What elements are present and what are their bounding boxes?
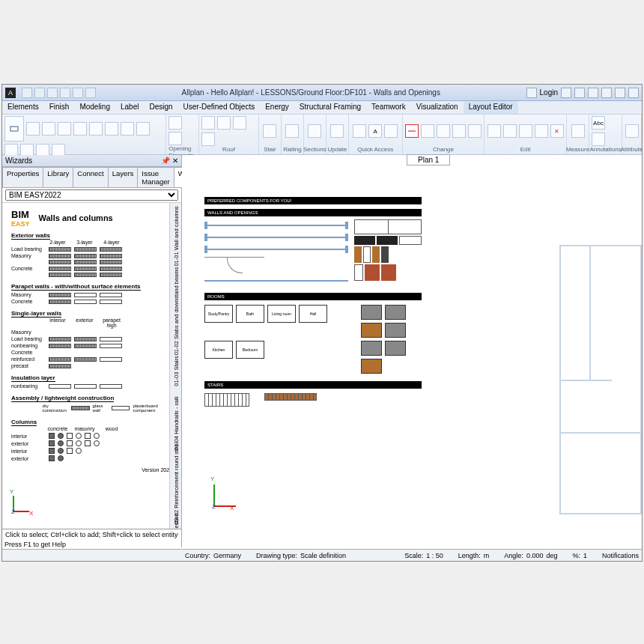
dim-icon[interactable] bbox=[384, 124, 398, 138]
room-living[interactable]: Living room bbox=[267, 305, 296, 323]
minimize-icon[interactable] bbox=[601, 88, 612, 98]
panel-tabs: Properties Library Connect Layers Issue … bbox=[2, 167, 181, 188]
change1-icon[interactable] bbox=[405, 124, 419, 138]
wall-sample-1[interactable] bbox=[204, 221, 348, 230]
room-kitchen[interactable]: Kitchen bbox=[204, 341, 233, 359]
qat-save-icon[interactable] bbox=[47, 88, 58, 98]
help-icon[interactable] bbox=[588, 88, 598, 98]
plan-tab[interactable]: Plan 1 bbox=[407, 154, 450, 165]
measure-icon[interactable] bbox=[571, 124, 585, 138]
attr-icon[interactable] bbox=[625, 124, 639, 138]
room-hall[interactable]: Hall bbox=[299, 305, 327, 323]
qat-open-icon[interactable] bbox=[34, 88, 45, 98]
wall-sample-3[interactable] bbox=[204, 245, 348, 254]
text-icon[interactable]: A bbox=[368, 124, 382, 138]
notifications-button[interactable]: Notifications bbox=[602, 552, 639, 559]
tab-library[interactable]: Library bbox=[43, 167, 73, 187]
tab-layers[interactable]: Layers bbox=[108, 167, 139, 187]
room-bedroom[interactable]: Bedroom bbox=[236, 341, 264, 359]
wall-tool-icon[interactable] bbox=[4, 116, 24, 142]
login-label[interactable]: Login bbox=[540, 88, 558, 97]
edit2-icon[interactable] bbox=[503, 124, 517, 138]
roof3-icon[interactable] bbox=[233, 116, 246, 130]
globe-icon[interactable] bbox=[561, 88, 571, 98]
qat-undo-icon[interactable] bbox=[60, 88, 70, 98]
beam-tool-icon[interactable] bbox=[42, 122, 55, 136]
column-tool-icon[interactable] bbox=[26, 122, 40, 136]
component-tool-icon[interactable] bbox=[89, 122, 103, 136]
change4-icon[interactable] bbox=[452, 124, 466, 138]
status-scale[interactable]: 1 : 50 bbox=[426, 552, 443, 559]
change3-icon[interactable] bbox=[437, 124, 450, 138]
status-pct[interactable]: 1 bbox=[583, 552, 587, 559]
tab-connect[interactable]: Connect bbox=[73, 167, 108, 187]
qat-redo-icon[interactable] bbox=[73, 88, 83, 98]
component2-tool-icon[interactable] bbox=[105, 122, 118, 136]
section-icon[interactable] bbox=[308, 124, 321, 138]
stair-plan[interactable] bbox=[204, 393, 249, 407]
line-icon[interactable] bbox=[353, 124, 366, 138]
ribbon-group-roof: Roof bbox=[222, 146, 235, 153]
menu-visualization[interactable]: Visualization bbox=[411, 101, 464, 114]
change2-icon[interactable] bbox=[421, 124, 434, 138]
ribbon-group-quick: Quick Access bbox=[357, 146, 393, 153]
cart-icon[interactable] bbox=[574, 88, 585, 98]
menu-teamwork[interactable]: Teamwork bbox=[366, 101, 411, 114]
menu-energy[interactable]: Energy bbox=[260, 101, 294, 114]
wizard-set-dropdown[interactable]: BIM EASY2022 bbox=[5, 189, 178, 201]
tab-properties[interactable]: Properties bbox=[2, 167, 43, 187]
component3-tool-icon[interactable] bbox=[121, 122, 134, 136]
update-icon[interactable] bbox=[330, 124, 344, 138]
edit3-icon[interactable] bbox=[519, 124, 532, 138]
stair-icon[interactable] bbox=[263, 124, 276, 138]
room-bath[interactable]: Bath bbox=[236, 305, 264, 323]
wall-sample-4[interactable] bbox=[204, 276, 348, 285]
change5-icon[interactable] bbox=[468, 124, 482, 138]
menu-elements[interactable]: Elements bbox=[2, 101, 44, 114]
menu-finish[interactable]: Finish bbox=[44, 101, 75, 114]
menu-user-defined[interactable]: User-Defined Objects bbox=[178, 101, 261, 114]
axis-gadget-canvas[interactable]: YXZ bbox=[210, 480, 240, 510]
tab-issue-manager[interactable]: Issue Manager bbox=[137, 167, 174, 187]
room-study[interactable]: Study/Pantry bbox=[204, 305, 233, 323]
status-length[interactable]: m bbox=[484, 552, 490, 559]
menu-modeling[interactable]: Modeling bbox=[74, 101, 115, 114]
delete-icon[interactable]: ✕ bbox=[550, 124, 564, 138]
annot1-icon[interactable]: Abc bbox=[592, 116, 605, 130]
maximize-icon[interactable] bbox=[615, 88, 625, 98]
menu-layout-editor[interactable]: Layout Editor bbox=[464, 101, 518, 114]
panel-pin-icon[interactable]: 📌 ✕ bbox=[161, 157, 178, 165]
drawing-canvas[interactable]: Plan 1 PREFERRED COMPONENTS FOR YOU! WAL… bbox=[182, 155, 642, 547]
wall-swatch[interactable] bbox=[49, 247, 71, 252]
user-icon[interactable] bbox=[526, 88, 537, 98]
wall-sample-2[interactable] bbox=[204, 233, 348, 242]
door-icon[interactable] bbox=[168, 116, 182, 130]
stair-3d[interactable] bbox=[264, 393, 317, 407]
status-angle[interactable]: 0.000 bbox=[526, 552, 544, 559]
door-sample[interactable] bbox=[204, 257, 264, 273]
slab-tool-icon[interactable] bbox=[58, 122, 71, 136]
menu-structural[interactable]: Structural Framing bbox=[294, 101, 366, 114]
component4-tool-icon[interactable] bbox=[136, 122, 150, 136]
window-icon[interactable] bbox=[168, 132, 182, 145]
roof1-icon[interactable] bbox=[201, 116, 215, 130]
roof2-icon[interactable] bbox=[217, 116, 231, 130]
side-tab-mesh[interactable]: ornament meshes bbox=[173, 491, 180, 529]
opening-tool-icon[interactable] bbox=[73, 122, 87, 136]
window-title: Allplan - Hello Allplan! - LESSONS/Groun… bbox=[96, 88, 526, 97]
qat-new-icon[interactable] bbox=[22, 88, 32, 98]
annot2-icon[interactable] bbox=[592, 133, 605, 146]
ribbon-group-update: Update bbox=[327, 146, 347, 153]
railing-icon[interactable] bbox=[285, 124, 299, 138]
qat-print-icon[interactable] bbox=[85, 88, 96, 98]
edit4-icon[interactable] bbox=[535, 124, 548, 138]
roof4-icon[interactable] bbox=[201, 133, 215, 146]
section-insulation: Insulation layer bbox=[11, 374, 55, 382]
menu-label[interactable]: Label bbox=[115, 101, 144, 114]
close-icon[interactable] bbox=[628, 88, 639, 98]
edit1-icon[interactable] bbox=[487, 124, 501, 138]
ribbon-group-stair: Stair bbox=[264, 146, 276, 153]
status-drawtype[interactable]: Scale definition bbox=[300, 552, 346, 559]
menu-design[interactable]: Design bbox=[144, 101, 177, 114]
status-country[interactable]: Germany bbox=[213, 552, 241, 559]
